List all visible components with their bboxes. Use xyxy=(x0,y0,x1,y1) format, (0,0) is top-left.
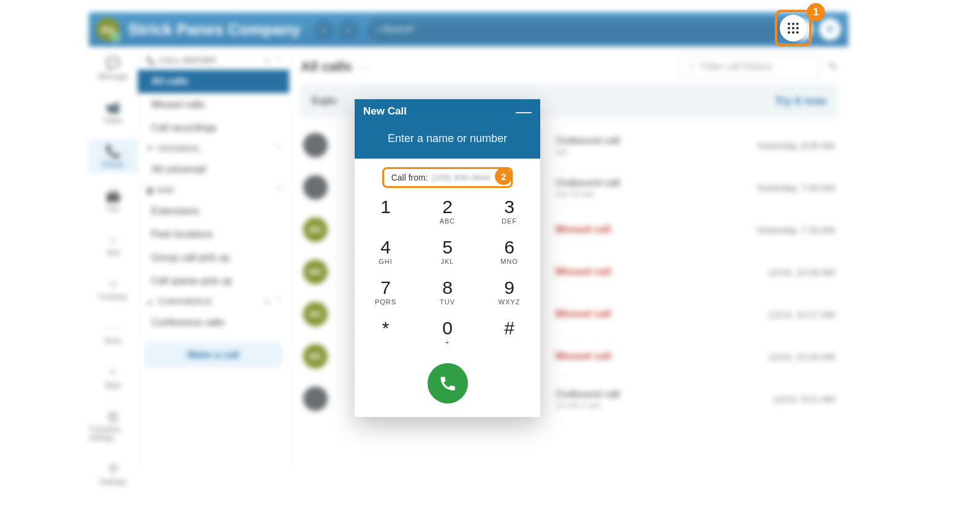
chevron-up-icon[interactable]: ˄ xyxy=(277,186,281,195)
minimize-icon[interactable]: — xyxy=(516,108,532,116)
sidebar-item-all-calls[interactable]: All calls xyxy=(138,70,289,93)
plus-icon[interactable]: + xyxy=(265,298,270,306)
key-digit: 8 xyxy=(417,279,478,297)
key-letters: ABC xyxy=(417,217,478,225)
dial-input[interactable]: Enter a name or number xyxy=(355,124,540,159)
sidebar-item-group-call-pick-up[interactable]: Group call pick up xyxy=(138,246,289,269)
sidebar-item-park-locations[interactable]: Park locations xyxy=(138,223,289,246)
section-label: VOICEMAIL xyxy=(157,145,201,153)
key-7[interactable]: 7PQRS xyxy=(355,271,417,312)
rail-label: More xyxy=(105,337,121,345)
key-letters: WXYZ xyxy=(478,298,540,306)
new-call-header: New Call — xyxy=(355,99,540,124)
call-type: Outbound callmin 33 sec xyxy=(556,177,756,198)
keypad: 12ABC3DEF4GHI5JKL6MNO7PQRS8TUV9WXYZ*0+# xyxy=(355,190,540,352)
key-digit: # xyxy=(478,319,540,337)
key-letters: JKL xyxy=(417,258,478,265)
add-button[interactable]: + xyxy=(819,18,841,40)
key-*[interactable]: * xyxy=(355,312,417,352)
sidebar-item-conference-calls[interactable]: Conference calls xyxy=(138,311,289,334)
key-letters: DEF xyxy=(478,217,540,225)
chevron-up-icon[interactable]: ˄ xyxy=(277,298,281,306)
section-hud[interactable]: ▦HUD˄ xyxy=(138,181,289,200)
nav-rail: 💬Message 📹Video 📞Phone 📠Fax ○Text ☺Conta… xyxy=(89,47,138,471)
call-from-selector[interactable]: Call from: (209) 800-0644 ▼ 2 xyxy=(382,167,513,188)
search-icon: ⌕ xyxy=(377,24,383,35)
rail-contacts[interactable]: ☺Contacts xyxy=(89,272,137,305)
rail-fax[interactable]: 📠Fax xyxy=(89,184,137,217)
key-letters: GHI xyxy=(355,258,417,265)
call-time: Yesterday, 8:05 AM xyxy=(756,140,835,151)
search-input[interactable]: ⌕ Search xyxy=(367,18,782,40)
chevron-up-icon[interactable]: ˄ xyxy=(277,56,281,65)
key-digit: 0 xyxy=(417,319,478,337)
call-type: Outbound call12 min 2 sec xyxy=(556,388,773,410)
place-call-button[interactable] xyxy=(428,363,468,404)
key-2[interactable]: 2ABC xyxy=(417,190,478,231)
key-digit: 9 xyxy=(478,279,540,297)
caller-avatar: BS xyxy=(303,260,328,284)
section-call-history[interactable]: 📞CALL HISTORY+˄ xyxy=(138,51,289,70)
rail-more[interactable]: ⋯More xyxy=(89,316,137,349)
call-type: Missed call xyxy=(556,308,768,320)
section-conference[interactable]: ▲CONFERENCE+˄ xyxy=(138,293,289,311)
key-4[interactable]: 4GHI xyxy=(355,231,417,271)
section-label: CONFERENCE xyxy=(157,298,212,306)
plus-icon[interactable]: + xyxy=(265,56,270,65)
key-digit: 1 xyxy=(355,198,417,216)
rail-label: Text xyxy=(106,249,119,257)
make-a-call-button[interactable]: Make a call xyxy=(145,343,282,367)
nav-back-icon[interactable]: ‹ xyxy=(314,20,334,39)
rail-apps[interactable]: ✧Apps xyxy=(89,360,137,393)
call-type: Missed call xyxy=(556,350,768,362)
key-1[interactable]: 1 xyxy=(355,190,417,231)
search-placeholder: Search xyxy=(383,24,414,35)
sidebar-item-all-voicemail[interactable]: All voicemail xyxy=(138,158,289,181)
rail-video[interactable]: 📹Video xyxy=(89,96,137,129)
key-3[interactable]: 3DEF xyxy=(478,190,540,231)
rail-phone[interactable]: 📞Phone xyxy=(89,140,137,173)
rail-label: Settings xyxy=(100,478,126,486)
key-digit: 2 xyxy=(417,198,478,216)
key-digit: 7 xyxy=(355,279,417,297)
section-voicemail[interactable]: ⚘VOICEMAIL˄ xyxy=(138,140,289,158)
phone-icon xyxy=(439,374,457,392)
key-digit: 6 xyxy=(478,238,540,257)
side-panel: 📞CALL HISTORY+˄ All calls Missed calls C… xyxy=(138,47,290,471)
sidebar-item-extensions[interactable]: Extensions xyxy=(138,200,289,223)
voicemail-icon: ⚘ xyxy=(146,145,154,153)
call-time: 12/14, 10:28 AM xyxy=(768,267,835,277)
key-0[interactable]: 0+ xyxy=(417,312,478,352)
filter-input[interactable]: ♡Filter call history xyxy=(680,55,821,78)
rail-label: Fax xyxy=(107,205,119,213)
chevron-up-icon[interactable]: ˄ xyxy=(277,145,281,153)
company-name: Strick Panes Company xyxy=(128,20,301,39)
rail-company-settings[interactable]: ▥Company settings xyxy=(89,404,137,446)
title-more-icon[interactable]: ⋯ xyxy=(359,61,369,73)
hud-icon: ▦ xyxy=(146,186,154,195)
rail-message[interactable]: 💬Message xyxy=(89,51,137,84)
key-letters: MNO xyxy=(478,258,540,265)
caller-avatar: BS xyxy=(303,217,328,242)
key-8[interactable]: 8TUV xyxy=(417,271,478,312)
user-avatar[interactable]: BS xyxy=(96,18,119,41)
key-#[interactable]: # xyxy=(478,312,540,352)
apps-icon: ✧ xyxy=(105,364,121,380)
rail-text[interactable]: ○Text xyxy=(89,228,137,261)
sidebar-item-missed-calls[interactable]: Missed calls xyxy=(138,93,289,116)
callout-badge-2: 2 xyxy=(495,168,512,185)
rail-label: Company settings xyxy=(89,425,137,442)
key-9[interactable]: 9WXYZ xyxy=(478,271,540,312)
rail-settings[interactable]: ⚙Settings xyxy=(89,457,137,490)
edit-icon[interactable]: ✎ xyxy=(828,60,837,73)
nav-forward-icon[interactable]: › xyxy=(339,20,358,39)
conference-icon: ▲ xyxy=(146,298,154,306)
key-letters: PQRS xyxy=(355,298,417,306)
rail-label: Contacts xyxy=(99,293,127,301)
call-from-number: (209) 800-0644 xyxy=(432,173,491,182)
sidebar-item-call-recordings[interactable]: Call recordings xyxy=(138,116,289,140)
key-6[interactable]: 6MNO xyxy=(478,231,540,271)
sidebar-item-call-queue-pick-up[interactable]: Call queue pick up xyxy=(138,269,289,293)
try-it-now-link[interactable]: Try it now xyxy=(775,95,826,108)
key-5[interactable]: 5JKL xyxy=(417,231,478,271)
